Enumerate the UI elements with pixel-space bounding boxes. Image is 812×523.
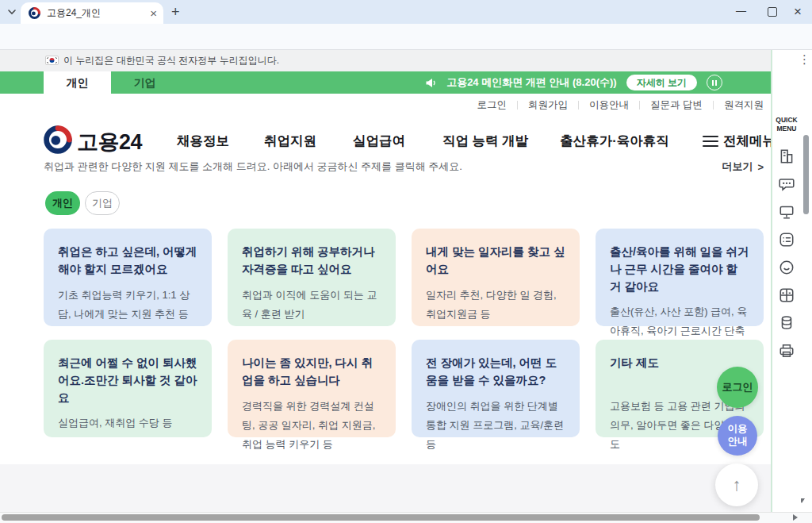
tab-search-chevron-icon[interactable]: [6, 6, 17, 17]
util-guide[interactable]: 이용안내: [589, 98, 629, 112]
favicon-gov-logo-icon: [29, 7, 40, 19]
card-desc: 일자리 추천, 다양한 일 경험, 취업지원금 등: [426, 286, 565, 324]
card-title: 취업하기 위해 공부하거나 자격증을 따고 싶어요: [242, 244, 381, 279]
guide-label-line2: 안내: [728, 436, 748, 448]
topic-card[interactable]: 나이는 좀 있지만, 다시 취업을 하고 싶습니다 경력직을 위한 경력설계 컨…: [228, 340, 396, 437]
printer-icon[interactable]: [778, 342, 795, 360]
announcement-detail-button[interactable]: 자세히 보기: [626, 75, 697, 90]
card-title: 전 장애가 있는데, 어떤 도움을 받을 수 있을까요?: [426, 355, 565, 390]
nav-employment-support[interactable]: 취업지원: [259, 133, 322, 150]
building-icon[interactable]: [778, 148, 795, 165]
section-intro-text: 취업과 관련한 다양한 지원 제도를 소개해 드려요. 아래에서 궁금하신 주제…: [44, 160, 462, 174]
nav-vocational-training[interactable]: 직업 능력 개발: [438, 133, 533, 150]
topic-card[interactable]: 출산/육아를 위해 일을 쉬거나 근무 시간을 줄여야 할 거 같아요 출산(유…: [596, 229, 764, 326]
maximize-icon[interactable]: [768, 7, 777, 17]
pause-icon[interactable]: [707, 75, 722, 90]
util-qna[interactable]: 질문과 답변: [650, 98, 703, 112]
chevron-right-icon: >: [757, 161, 764, 173]
checklist-icon[interactable]: [778, 231, 795, 248]
site-tab-business[interactable]: 기업: [111, 71, 178, 94]
page-bottom-band: [0, 464, 771, 512]
nav-unemployment-benefits[interactable]: 실업급여: [347, 133, 411, 150]
card-title: 최근에 어쩔 수 없이 퇴사했어요.조만간 퇴사할 것 같아요: [58, 355, 197, 406]
new-tab-icon[interactable]: +: [171, 5, 180, 19]
topic-card[interactable]: 전 장애가 있는데, 어떤 도움을 받을 수 있을까요? 장애인의 취업을 위한…: [412, 340, 580, 437]
site-logo[interactable]: [44, 125, 72, 154]
guide-label-line1: 이용: [728, 423, 748, 436]
topic-card[interactable]: 내게 맞는 일자리를 찾고 싶어요 일자리 추천, 다양한 일 경험, 취업지원…: [412, 229, 580, 326]
nav-jobs[interactable]: 채용정보: [171, 133, 235, 150]
close-window-icon[interactable]: ×: [794, 4, 802, 20]
topic-card[interactable]: 취업은 하고 싶은데, 어떻게 해야 할지 모르겠어요 기초 취업능력 키우기,…: [44, 229, 212, 326]
card-desc: 기초 취업능력 키우기, 1:1 상담, 나에게 맞는 지원 추천 등: [58, 286, 197, 324]
floating-login-button[interactable]: 로그인: [717, 367, 758, 408]
card-desc: 실업급여, 재취업 수당 등: [58, 413, 197, 433]
more-label: 더보기: [722, 160, 753, 174]
card-title: 내게 맞는 일자리를 찾고 싶어요: [426, 244, 565, 279]
browser-tab[interactable]: 고용24_개인 ×: [21, 2, 163, 24]
all-menu-button[interactable]: 전체메뉴: [723, 133, 776, 150]
site-switch-bar: 개인 기업 고용24 메인화면 개편 안내 (8.20(수)) 자세히 보기: [0, 71, 771, 94]
monitor-icon[interactable]: [778, 203, 795, 221]
arrow-up-icon: ↑: [733, 475, 741, 495]
chat-icon[interactable]: [778, 175, 795, 193]
filter-pill-personal[interactable]: 개인: [45, 191, 80, 215]
gov-notice-bar: 이 누리집은 대한민국 공식 전자정부 누리집입니다.: [0, 50, 771, 71]
browser-toolbar: ← → work24.go.kr/cm/main.do ☆: [0, 24, 812, 50]
card-title: 취업은 하고 싶은데, 어떻게 해야 할지 모르겠어요: [58, 244, 197, 279]
card-title: 출산/육아를 위해 일을 쉬거나 근무 시간을 줄여야 할 거 같아요: [610, 244, 749, 295]
topic-card[interactable]: 최근에 어쩔 수 없이 퇴사했어요.조만간 퇴사할 것 같아요 실업급여, 재취…: [44, 340, 212, 437]
card-desc: 취업과 이직에 도움이 되는 교육 / 훈련 받기: [242, 286, 381, 324]
util-remote-support[interactable]: 원격지원: [724, 98, 764, 112]
hamburger-icon[interactable]: [703, 136, 718, 147]
korean-flag-icon: [45, 56, 59, 65]
util-signup[interactable]: 회원가입: [528, 98, 568, 112]
site-tab-personal[interactable]: 개인: [44, 71, 111, 94]
card-title: 나이는 좀 있지만, 다시 취업을 하고 싶습니다: [242, 355, 381, 390]
announcement-text: 고용24 메인화면 개편 안내 (8.20(수)): [446, 75, 617, 90]
announcement: 고용24 메인화면 개편 안내 (8.20(수)) 자세히 보기: [425, 71, 722, 94]
coins-icon[interactable]: [778, 314, 795, 332]
nav-maternity-parental-leave[interactable]: 출산휴가·육아휴직: [555, 133, 674, 150]
utility-links: 로그인 회원가입 이용안내 질문과 답변 원격지원: [477, 98, 764, 111]
gov-notice-text: 이 누리집은 대한민국 공식 전자정부 누리집입니다.: [63, 50, 279, 71]
megaphone-icon: [425, 77, 437, 89]
floating-guide-button[interactable]: 이용 안내: [718, 416, 757, 456]
tab-title: 고용24_개인: [47, 6, 150, 20]
browser-tab-strip: 고용24_개인 × + — ×: [0, 0, 812, 24]
topic-card[interactable]: 취업하기 위해 공부하거나 자격증을 따고 싶어요 취업과 이직에 도움이 되는…: [228, 229, 396, 326]
tab-close-icon[interactable]: ×: [150, 7, 157, 19]
calculator-icon[interactable]: [778, 286, 795, 304]
card-desc: 경력직을 위한 경력설계 컨설팅, 공공 일자리, 취업 지원금, 취업 능력 …: [242, 397, 381, 454]
util-login[interactable]: 로그인: [477, 98, 508, 112]
scroll-right-arrow-icon[interactable]: [793, 514, 798, 521]
minimize-icon[interactable]: —: [736, 5, 746, 17]
quick-menu-label: QUICKMENU: [772, 116, 801, 134]
smiley-icon[interactable]: [778, 259, 795, 276]
scroll-to-top-button[interactable]: ↑: [715, 463, 758, 506]
filter-pill-business[interactable]: 기업: [85, 191, 120, 215]
horizontal-scrollbar-thumb[interactable]: [2, 514, 760, 521]
work24-homepage-screenshot: 고용24_개인 × + — × ← → work24.go.kr/cm/main…: [0, 0, 812, 523]
site-logo-text[interactable]: 고용24: [77, 128, 142, 156]
vertical-scrollbar-thumb[interactable]: [803, 135, 809, 214]
card-desc: 장애인의 취업을 위한 단계별 통합 지원 프로그램, 교육/훈련 등: [426, 397, 565, 454]
more-link[interactable]: 더보기 >: [722, 160, 764, 174]
